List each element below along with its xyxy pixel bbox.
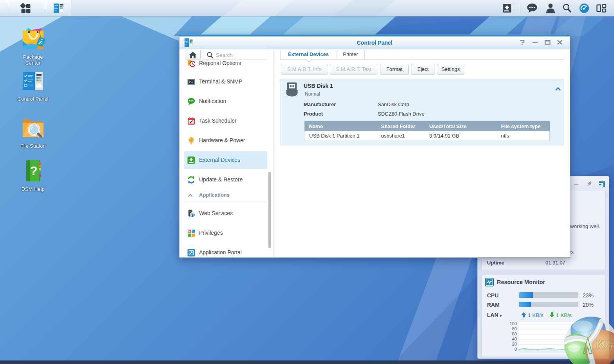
svg-text:KG: KG xyxy=(596,337,614,351)
svg-text:?: ? xyxy=(30,164,38,178)
